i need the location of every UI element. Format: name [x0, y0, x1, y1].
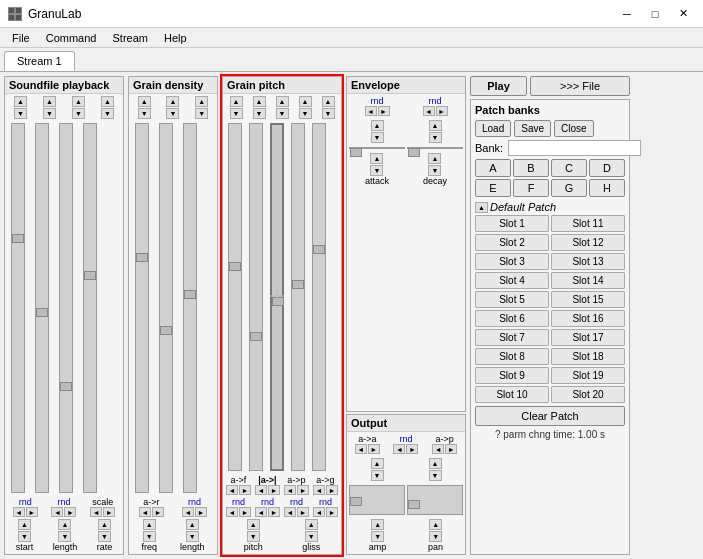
gd-slider1[interactable] [135, 123, 149, 493]
gd-col3-down[interactable]: ▼ [195, 108, 208, 119]
gp-slider5[interactable] [312, 123, 326, 471]
gp-rnd2-right[interactable]: ► [268, 507, 280, 517]
close-patch-button[interactable]: Close [554, 120, 594, 137]
tab-stream1[interactable]: Stream 1 [4, 51, 75, 71]
gd-freq-up[interactable]: ▲ [143, 519, 156, 530]
slot20-button[interactable]: Slot 20 [551, 386, 625, 403]
maximize-button[interactable]: □ [643, 5, 667, 23]
gp-rnd1-right[interactable]: ► [239, 507, 251, 517]
bank-e-button[interactable]: E [475, 179, 511, 197]
play-button[interactable]: Play [470, 76, 527, 96]
slot6-button[interactable]: Slot 6 [475, 310, 549, 327]
bank-c-button[interactable]: C [551, 159, 587, 177]
slot2-button[interactable]: Slot 2 [475, 234, 549, 251]
menu-file[interactable]: File [4, 30, 38, 46]
gd-col2-up[interactable]: ▲ [166, 96, 179, 107]
env-attack-up[interactable]: ▲ [370, 153, 383, 164]
env-rnd2-right[interactable]: ► [436, 106, 448, 116]
bank-input[interactable] [508, 140, 641, 156]
menu-help[interactable]: Help [156, 30, 195, 46]
sf-col3-down[interactable]: ▼ [72, 108, 85, 119]
sf-rnd1-left[interactable]: ◄ [13, 507, 25, 517]
env-rnd1-left[interactable]: ◄ [365, 106, 377, 116]
gp-ap-right[interactable]: ► [297, 485, 309, 495]
out-slider2[interactable] [407, 485, 463, 515]
sf-rate-up[interactable]: ▲ [98, 519, 111, 530]
gd-ar-right[interactable]: ► [152, 507, 164, 517]
env-attack-down[interactable]: ▼ [370, 165, 383, 176]
sf-col2-up[interactable]: ▲ [43, 96, 56, 107]
bank-f-button[interactable]: F [513, 179, 549, 197]
sf-length-down[interactable]: ▼ [58, 531, 71, 542]
out-pan-up[interactable]: ▲ [429, 519, 442, 530]
slot17-button[interactable]: Slot 17 [551, 329, 625, 346]
gp-col1-up[interactable]: ▲ [230, 96, 243, 107]
gd-rnd-right[interactable]: ► [195, 507, 207, 517]
sf-slider1[interactable] [11, 123, 25, 493]
gp-col4-down[interactable]: ▼ [299, 108, 312, 119]
gp-slider3[interactable] [270, 123, 284, 471]
env-slider1[interactable] [349, 147, 405, 149]
out-ap-right[interactable]: ► [445, 444, 457, 454]
sf-rate-down[interactable]: ▼ [98, 531, 111, 542]
out-s2-down[interactable]: ▼ [429, 470, 442, 481]
gp-col2-up[interactable]: ▲ [253, 96, 266, 107]
menu-stream[interactable]: Stream [104, 30, 155, 46]
clear-patch-button[interactable]: Clear Patch [475, 406, 625, 426]
menu-command[interactable]: Command [38, 30, 105, 46]
gp-ap-left[interactable]: ◄ [284, 485, 296, 495]
file-button[interactable]: >>> File [530, 76, 630, 96]
out-amp-down[interactable]: ▼ [371, 531, 384, 542]
env-s1-up[interactable]: ▲ [371, 120, 384, 131]
gp-pitch-up[interactable]: ▲ [247, 519, 260, 530]
slot18-button[interactable]: Slot 18 [551, 348, 625, 365]
gp-gliss-up[interactable]: ▲ [305, 519, 318, 530]
out-aa-left[interactable]: ◄ [355, 444, 367, 454]
sf-rnd2-left[interactable]: ◄ [51, 507, 63, 517]
sf-slider2[interactable] [35, 123, 49, 493]
gd-rnd-left[interactable]: ◄ [182, 507, 194, 517]
slot4-button[interactable]: Slot 4 [475, 272, 549, 289]
bank-a-button[interactable]: A [475, 159, 511, 177]
sf-rnd1-right[interactable]: ► [26, 507, 38, 517]
gp-rnd4-right[interactable]: ► [326, 507, 338, 517]
slot1-button[interactable]: Slot 1 [475, 215, 549, 232]
out-rnd-right[interactable]: ► [406, 444, 418, 454]
gp-rnd2-left[interactable]: ◄ [255, 507, 267, 517]
slot7-button[interactable]: Slot 7 [475, 329, 549, 346]
env-decay-down[interactable]: ▼ [428, 165, 441, 176]
sf-scale-left[interactable]: ◄ [90, 507, 102, 517]
sf-col2-down[interactable]: ▼ [43, 108, 56, 119]
out-s1-up[interactable]: ▲ [371, 458, 384, 469]
out-rnd-left[interactable]: ◄ [393, 444, 405, 454]
sf-slider3[interactable] [59, 123, 73, 493]
out-amp-up[interactable]: ▲ [371, 519, 384, 530]
slot14-button[interactable]: Slot 14 [551, 272, 625, 289]
out-aa-right[interactable]: ► [368, 444, 380, 454]
gp-col5-down[interactable]: ▼ [322, 108, 335, 119]
slot10-button[interactable]: Slot 10 [475, 386, 549, 403]
gd-col2-down[interactable]: ▼ [166, 108, 179, 119]
sf-col4-up[interactable]: ▲ [101, 96, 114, 107]
env-s2-up[interactable]: ▲ [429, 120, 442, 131]
bank-d-button[interactable]: D [589, 159, 625, 177]
gp-center-right[interactable]: ► [268, 485, 280, 495]
gp-rnd4-left[interactable]: ◄ [313, 507, 325, 517]
sf-rnd2-right[interactable]: ► [64, 507, 76, 517]
gp-col5-up[interactable]: ▲ [322, 96, 335, 107]
gp-col3-up[interactable]: ▲ [276, 96, 289, 107]
out-s2-up[interactable]: ▲ [429, 458, 442, 469]
bank-h-button[interactable]: H [589, 179, 625, 197]
slot15-button[interactable]: Slot 15 [551, 291, 625, 308]
gd-freq-down[interactable]: ▼ [143, 531, 156, 542]
gp-rnd3-left[interactable]: ◄ [284, 507, 296, 517]
slot16-button[interactable]: Slot 16 [551, 310, 625, 327]
gp-af-left[interactable]: ◄ [226, 485, 238, 495]
bank-g-button[interactable]: G [551, 179, 587, 197]
close-button[interactable]: ✕ [671, 5, 695, 23]
gd-length-down[interactable]: ▼ [186, 531, 199, 542]
env-rnd1-right[interactable]: ► [378, 106, 390, 116]
gp-col1-down[interactable]: ▼ [230, 108, 243, 119]
gd-ar-left[interactable]: ◄ [139, 507, 151, 517]
sf-start-up[interactable]: ▲ [18, 519, 31, 530]
